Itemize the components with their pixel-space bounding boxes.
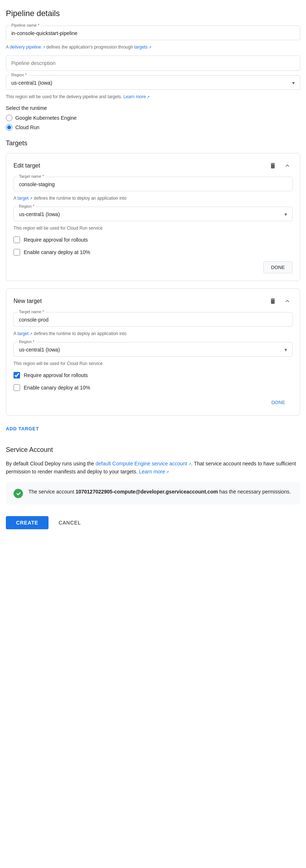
targets-link[interactable]: targets: [134, 45, 151, 50]
service-account-title: Service Account: [6, 446, 300, 454]
sa-status-check-icon: [13, 488, 23, 499]
target2-name-input[interactable]: [19, 317, 287, 323]
targets-title: Targets: [6, 139, 300, 147]
target1-region-select[interactable]: us-central1 (Iowa) us-east1 (South Carol…: [19, 211, 287, 217]
target1-delete-button[interactable]: [268, 161, 278, 171]
target1-name-input[interactable]: [19, 181, 287, 187]
target2-done-button[interactable]: DONE: [264, 397, 293, 408]
pipeline-name-field: Pipeline name *: [6, 26, 300, 40]
region-learn-more-link[interactable]: Learn more: [123, 94, 150, 99]
runtime-gke-radio[interactable]: [6, 115, 12, 121]
target1-actions: [268, 161, 293, 171]
target2-region-helper: This region will be used for Cloud Run s…: [13, 361, 293, 366]
runtime-label: Select the runtime: [6, 105, 300, 111]
target1-require-approval-input[interactable]: [13, 237, 20, 243]
region-label: Region *: [10, 73, 28, 77]
target1-require-approval-checkbox[interactable]: Require approval for rollouts: [13, 237, 293, 243]
target1-name-field: Target name *: [13, 177, 293, 191]
region-helper-text: This region will be used for the deliver…: [6, 94, 300, 99]
page-title: Pipeline details: [6, 9, 300, 18]
targets-section: Targets Edit target Target name * A targ…: [6, 139, 300, 434]
pipeline-helper-text: A delivery pipeline defines the applicat…: [6, 45, 300, 50]
target2-helper-text: A target defines the runtime to deploy a…: [13, 331, 293, 336]
target1-card: Edit target Target name * A target defin…: [6, 153, 300, 281]
target2-region-label: Region *: [18, 339, 36, 344]
target2-collapse-button[interactable]: [282, 296, 293, 306]
sa-status-text: The service account 1070127022905-comput…: [28, 488, 291, 496]
target2-region-field: Region * us-central1 (Iowa) us-east1 (So…: [13, 342, 293, 357]
target1-region-label: Region *: [18, 204, 36, 208]
target2-header: New target: [13, 296, 293, 306]
target1-header: Edit target: [13, 161, 293, 171]
sa-email: 1070127022905-compute@developer.gservice…: [75, 489, 218, 495]
target1-helper-text: A target defines the runtime to deploy a…: [13, 196, 293, 201]
target1-done-button[interactable]: DONE: [263, 261, 293, 273]
target2-delete-button[interactable]: [268, 296, 278, 306]
target2-canary-input[interactable]: [13, 384, 20, 391]
target1-link[interactable]: target: [18, 196, 32, 201]
target1-title: Edit target: [13, 162, 40, 169]
target2-card: New target Target name * A target define…: [6, 288, 300, 416]
add-target-button[interactable]: ADD TARGET: [6, 423, 39, 434]
region-field: Region * us-central1 (Iowa) us-east1 (So…: [6, 75, 300, 90]
pipeline-description-input[interactable]: [6, 55, 300, 71]
target2-name-field: Target name *: [13, 312, 293, 327]
target2-link[interactable]: target: [18, 331, 32, 336]
sa-learn-more-link[interactable]: Learn more: [139, 469, 169, 475]
bottom-actions: CREATE CANCEL: [6, 516, 300, 529]
sa-status-box: The service account 1070127022905-comput…: [6, 482, 300, 504]
runtime-section: Select the runtime Google Kubernetes Eng…: [6, 105, 300, 131]
region-select[interactable]: us-central1 (Iowa) us-east1 (South Carol…: [11, 80, 295, 86]
pipeline-name-input[interactable]: [11, 30, 295, 36]
runtime-option-cloudrun[interactable]: Cloud Run: [6, 124, 300, 131]
target2-region-select[interactable]: us-central1 (Iowa) us-east1 (South Carol…: [19, 347, 287, 353]
default-sa-link[interactable]: default Compute Engine service account: [96, 461, 191, 466]
runtime-radio-group: Google Kubernetes Engine Cloud Run: [6, 115, 300, 131]
target1-region-helper: This region will be used for Cloud Run s…: [13, 226, 293, 231]
target2-region-select-wrapper: us-central1 (Iowa) us-east1 (South Carol…: [19, 347, 287, 353]
cancel-button[interactable]: CANCEL: [53, 516, 87, 529]
target1-region-field: Region * us-central1 (Iowa) us-east1 (So…: [13, 207, 293, 221]
target2-name-label: Target name *: [18, 310, 46, 314]
target2-require-approval-input[interactable]: [13, 372, 20, 379]
target1-canary-input[interactable]: [13, 249, 20, 256]
target2-actions: [268, 296, 293, 306]
runtime-cloudrun-radio[interactable]: [6, 124, 12, 131]
runtime-option-gke[interactable]: Google Kubernetes Engine: [6, 115, 300, 121]
service-account-description: By default Cloud Deploy runs using the d…: [6, 460, 300, 476]
region-select-wrapper: us-central1 (Iowa) us-east1 (South Carol…: [11, 80, 295, 86]
target1-name-label: Target name *: [18, 174, 46, 178]
service-account-section: Service Account By default Cloud Deploy …: [6, 446, 300, 504]
target2-title: New target: [13, 298, 42, 304]
create-button[interactable]: CREATE: [6, 516, 49, 529]
target2-require-approval-checkbox[interactable]: Require approval for rollouts: [13, 372, 293, 379]
target1-canary-checkbox[interactable]: Enable canary deploy at 10%: [13, 249, 293, 256]
target2-canary-checkbox[interactable]: Enable canary deploy at 10%: [13, 384, 293, 391]
target1-region-select-wrapper: us-central1 (Iowa) us-east1 (South Carol…: [19, 211, 287, 217]
svg-point-0: [13, 489, 23, 498]
pipeline-name-label: Pipeline name *: [10, 23, 41, 27]
target1-collapse-button[interactable]: [282, 161, 293, 171]
delivery-pipeline-link[interactable]: delivery pipeline: [10, 45, 45, 50]
